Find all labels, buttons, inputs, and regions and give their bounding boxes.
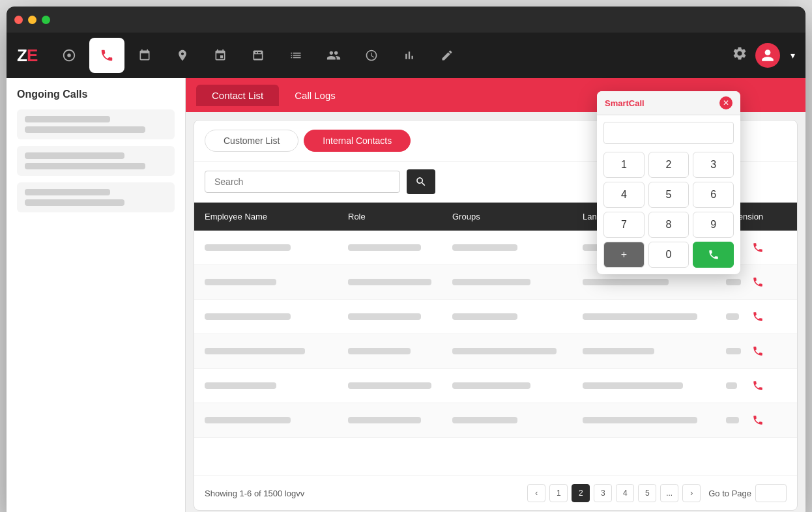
next-page-button[interactable]: ›: [682, 484, 701, 502]
call-line: [25, 126, 145, 133]
cell-name: [205, 382, 276, 389]
nav-phone-icon[interactable]: [89, 38, 124, 73]
dialpad-call-button[interactable]: [693, 242, 734, 268]
table-row: [194, 334, 797, 369]
cell-landline: [583, 313, 697, 320]
cell-name: [205, 244, 291, 251]
close-traffic-light[interactable]: [14, 16, 23, 24]
dialpad-9[interactable]: 9: [693, 212, 734, 238]
tab-contact-list[interactable]: Contact List: [196, 85, 279, 106]
call-button[interactable]: [747, 306, 768, 327]
cell-name: [205, 348, 305, 354]
cell-role: [348, 279, 431, 285]
sub-tab-internal-contacts[interactable]: Internal Contacts: [304, 130, 411, 152]
smartcall-title-red: Call: [629, 98, 645, 108]
cell-landline: [583, 279, 669, 285]
nav-calculator-icon[interactable]: [240, 38, 276, 73]
search-input[interactable]: [205, 171, 400, 193]
dialpad-5[interactable]: 5: [648, 182, 689, 208]
call-card: [17, 182, 175, 212]
call-line: [25, 152, 124, 159]
cell-name: [205, 279, 276, 285]
nav-chart-icon[interactable]: [392, 38, 427, 73]
cell-groups: [452, 244, 517, 251]
smartcall-number-input[interactable]: [603, 122, 734, 144]
smartcall-header: SmartCall ✕: [597, 91, 740, 115]
cell-extension: [726, 382, 737, 389]
call-line: [25, 189, 110, 195]
page-4-button[interactable]: 4: [616, 484, 634, 502]
maximize-traffic-light[interactable]: [42, 16, 50, 24]
cell-role: [348, 348, 411, 354]
settings-icon[interactable]: [732, 46, 747, 65]
header-action: [763, 209, 797, 224]
chevron-down-icon[interactable]: ▾: [790, 50, 795, 61]
header-groups: Groups: [452, 209, 583, 224]
header-employee-name: Employee Name: [205, 209, 348, 224]
call-card: [17, 146, 175, 176]
nav-location-icon[interactable]: [165, 38, 200, 73]
search-button[interactable]: [407, 169, 435, 194]
cell-name: [205, 417, 291, 423]
nav-edit-icon[interactable]: [429, 38, 465, 73]
cell-role: [348, 382, 431, 389]
minimize-traffic-light[interactable]: [28, 16, 36, 24]
prev-page-button[interactable]: ‹: [527, 484, 545, 502]
goto-label: Go to Page: [708, 489, 751, 498]
sub-tab-customer-list[interactable]: Customer List: [205, 130, 298, 152]
smartcall-popup: SmartCall ✕ 1 2 3 4 5 6 7 8 9 + 0: [597, 91, 740, 274]
page-goto-input[interactable]: [755, 484, 787, 502]
nav-pulse-icon[interactable]: [51, 38, 87, 73]
page-controls: ‹ 1 2 3 4 5 ... › Go to Page: [527, 484, 787, 502]
cell-role: [348, 313, 421, 320]
pagination: Showing 1-6 of 1500 logvv ‹ 1 2 3 4 5 ..…: [194, 476, 797, 510]
call-button[interactable]: [747, 375, 768, 396]
cell-role: [348, 417, 421, 423]
page-1-button[interactable]: 1: [549, 484, 568, 502]
dialpad-plus[interactable]: +: [603, 242, 645, 268]
mac-window: ZE: [7, 7, 805, 512]
dialpad-6[interactable]: 6: [693, 182, 734, 208]
user-avatar[interactable]: [755, 43, 780, 68]
smartcall-close-button[interactable]: ✕: [719, 96, 732, 109]
call-button[interactable]: [747, 341, 768, 362]
tab-call-logs[interactable]: Call Logs: [279, 85, 351, 106]
dialpad-4[interactable]: 4: [603, 182, 645, 208]
search-input-wrapper: [205, 171, 400, 193]
page-2-button[interactable]: 2: [572, 484, 590, 502]
page-3-button[interactable]: 3: [594, 484, 612, 502]
svg-point-0: [67, 53, 71, 57]
dialpad-8[interactable]: 8: [648, 212, 689, 238]
smartcall-title: SmartCall: [605, 98, 645, 108]
cell-landline: [583, 348, 654, 354]
cell-extension: [726, 279, 741, 285]
nav-time-icon[interactable]: [354, 38, 389, 73]
call-button[interactable]: [747, 237, 768, 258]
page-5-button[interactable]: 5: [638, 484, 656, 502]
cell-groups: [452, 313, 517, 320]
nav-list-icon[interactable]: [278, 38, 313, 73]
sidebar-title: Ongoing Calls: [17, 89, 175, 100]
table-row: [194, 369, 797, 403]
dialpad-3[interactable]: 3: [693, 152, 734, 178]
dialpad-2[interactable]: 2: [648, 152, 689, 178]
nav-schedule-icon[interactable]: [203, 38, 238, 73]
call-button[interactable]: [747, 272, 768, 292]
sidebar: Ongoing Calls: [7, 78, 186, 512]
dialpad-1[interactable]: 1: [603, 152, 645, 178]
nav-calendar-icon[interactable]: [127, 38, 162, 73]
table-row: [194, 300, 797, 334]
smartcall-display: [597, 115, 740, 148]
dialpad: 1 2 3 4 5 6 7 8 9 + 0: [597, 148, 740, 274]
cell-role: [348, 244, 421, 251]
cell-groups: [452, 382, 530, 389]
dialpad-0[interactable]: 0: [648, 242, 689, 268]
cell-landline: [583, 417, 697, 423]
dialpad-7[interactable]: 7: [603, 212, 645, 238]
page-ellipsis-button[interactable]: ...: [660, 484, 678, 502]
cell-groups: [452, 279, 530, 285]
nav-right: ▾: [732, 43, 795, 68]
nav-people-icon[interactable]: [316, 38, 351, 73]
call-button[interactable]: [747, 410, 768, 431]
cell-groups: [452, 417, 517, 423]
